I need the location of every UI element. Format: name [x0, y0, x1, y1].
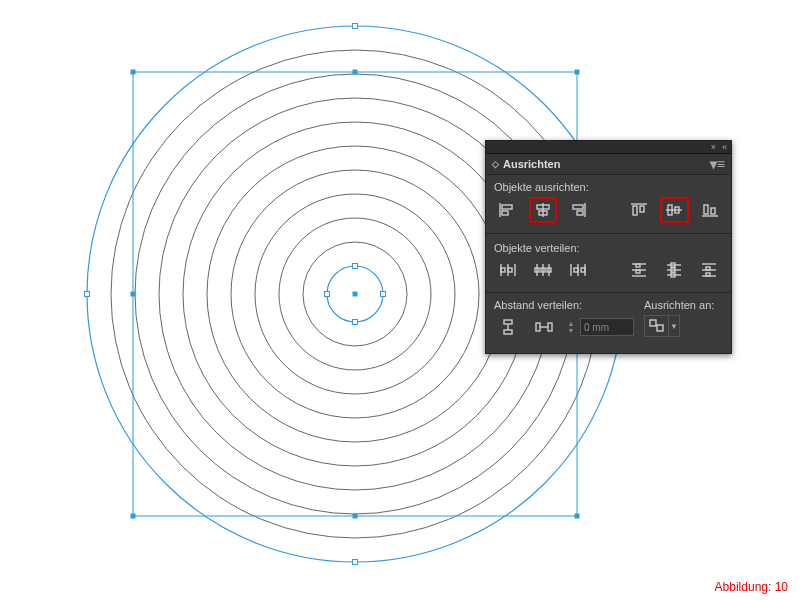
close-icon[interactable]: ×: [711, 143, 716, 152]
svg-rect-50: [501, 268, 505, 272]
svg-rect-51: [508, 268, 512, 272]
dist-right-button[interactable]: [564, 258, 591, 282]
section-distribute: Objekte verteilen:: [486, 236, 731, 290]
svg-rect-79: [504, 320, 512, 324]
section-align: Objekte ausrichten:: [486, 175, 731, 231]
svg-rect-36: [573, 205, 583, 209]
spacing-label: Abstand verteilen:: [494, 299, 634, 311]
dist-spacing-h-icon: [535, 319, 553, 335]
svg-rect-27: [325, 292, 330, 297]
align-top-button[interactable]: [626, 198, 653, 222]
dist-left-icon: [499, 262, 517, 278]
svg-rect-18: [353, 514, 358, 519]
dist-v-center-button[interactable]: [661, 258, 688, 282]
svg-rect-40: [640, 206, 644, 212]
svg-rect-14: [575, 70, 580, 75]
svg-rect-30: [502, 205, 512, 209]
svg-rect-67: [636, 270, 640, 273]
svg-rect-26: [353, 320, 358, 325]
svg-rect-78: [706, 273, 710, 276]
alignto-label: Ausrichten an:: [644, 299, 734, 311]
panel-topbar: × «: [486, 141, 731, 154]
svg-rect-62: [581, 268, 585, 272]
alignto-selection-icon: [645, 316, 668, 336]
svg-rect-45: [704, 205, 708, 214]
svg-rect-12: [131, 70, 136, 75]
svg-rect-19: [575, 514, 580, 519]
align-right-icon: [569, 202, 587, 218]
stepper-icon[interactable]: ▲▼: [566, 318, 576, 336]
align-label: Objekte ausrichten:: [494, 181, 723, 193]
section-spacing: Abstand verteilen: ▲▼ 0 mm: [494, 299, 634, 345]
svg-rect-39: [633, 206, 637, 215]
svg-rect-83: [548, 323, 552, 331]
svg-rect-28: [381, 292, 386, 297]
align-left-icon: [498, 202, 516, 218]
align-bottom-button[interactable]: [697, 198, 724, 222]
alignto-dropdown[interactable]: ▼: [644, 315, 680, 337]
svg-rect-31: [502, 211, 508, 215]
disclosure-icon: ◇: [492, 159, 499, 169]
panel-title-bar[interactable]: ◇ Ausrichten ▾≡: [486, 154, 731, 175]
section-alignto: Ausrichten an: ▼: [644, 299, 734, 345]
align-left-button[interactable]: [494, 198, 521, 222]
dist-top-button[interactable]: [626, 258, 653, 282]
spacing-input[interactable]: 0 mm: [580, 318, 634, 336]
dist-top-icon: [630, 262, 648, 278]
svg-rect-20: [353, 292, 358, 297]
svg-rect-82: [536, 323, 540, 331]
figure-caption: Abbildung: 10: [715, 580, 788, 594]
svg-rect-61: [574, 268, 578, 272]
svg-rect-46: [711, 208, 715, 214]
align-v-center-icon: [665, 202, 683, 218]
align-v-center-button[interactable]: [660, 197, 689, 223]
dist-v-center-icon: [665, 262, 683, 278]
svg-rect-86: [657, 325, 663, 331]
spacing-field[interactable]: ▲▼ 0 mm: [566, 318, 634, 336]
dist-bottom-button[interactable]: [696, 258, 723, 282]
dist-left-button[interactable]: [494, 258, 521, 282]
svg-rect-21: [353, 24, 358, 29]
dist-right-icon: [569, 262, 587, 278]
panel-title: Ausrichten: [503, 158, 560, 170]
svg-rect-17: [131, 514, 136, 519]
dist-h-center-icon: [534, 262, 552, 278]
align-panel: × « ◇ Ausrichten ▾≡ Objekte ausrichten:: [485, 140, 732, 354]
align-right-button[interactable]: [565, 198, 592, 222]
align-bottom-icon: [701, 202, 719, 218]
svg-rect-85: [650, 320, 656, 326]
align-h-center-icon: [534, 202, 552, 218]
align-top-icon: [630, 202, 648, 218]
svg-rect-13: [353, 70, 358, 75]
svg-rect-66: [636, 264, 640, 267]
dist-spacing-h-button[interactable]: [530, 315, 558, 339]
chevron-down-icon: ▼: [668, 316, 679, 336]
svg-rect-15: [131, 292, 136, 297]
align-h-center-button[interactable]: [529, 197, 558, 223]
dist-spacing-v-icon: [499, 319, 517, 335]
svg-rect-22: [353, 560, 358, 565]
distribute-label: Objekte verteilen:: [494, 242, 723, 254]
svg-rect-80: [504, 330, 512, 334]
svg-rect-37: [577, 211, 583, 215]
dist-h-center-button[interactable]: [529, 258, 556, 282]
dist-spacing-v-button[interactable]: [494, 315, 522, 339]
collapse-icon[interactable]: «: [722, 143, 727, 152]
dist-bottom-icon: [700, 262, 718, 278]
panel-menu-icon[interactable]: ▾≡: [710, 159, 725, 169]
svg-rect-77: [706, 267, 710, 270]
svg-rect-25: [353, 264, 358, 269]
svg-rect-23: [85, 292, 90, 297]
